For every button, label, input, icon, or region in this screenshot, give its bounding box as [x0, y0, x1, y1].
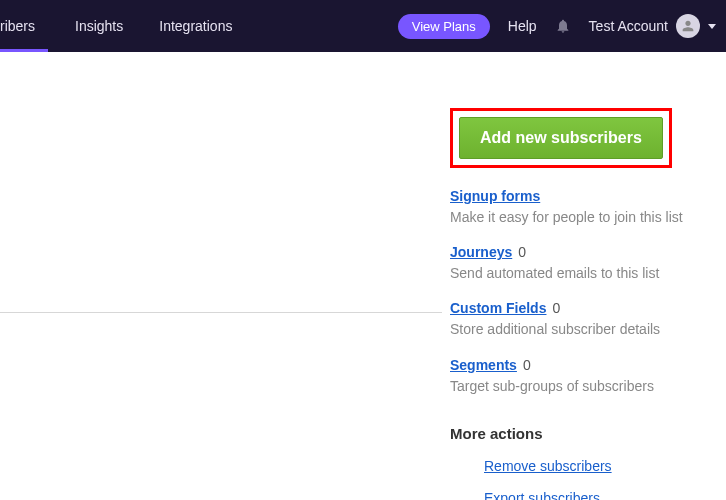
- chevron-down-icon: [708, 24, 716, 29]
- active-tab-indicator: [0, 49, 48, 52]
- segments-count: 0: [523, 357, 531, 373]
- signup-forms-desc: Make it easy for people to join this lis…: [450, 208, 702, 226]
- tab-label: Insights: [75, 18, 123, 34]
- add-subscribers-button[interactable]: Add new subscribers: [459, 117, 663, 159]
- nav-right: View Plans Help Test Account: [398, 14, 726, 39]
- add-subscribers-highlight: Add new subscribers: [450, 108, 672, 168]
- custom-fields-link[interactable]: Custom Fields: [450, 300, 546, 316]
- custom-fields-count: 0: [552, 300, 560, 316]
- segments-section: Segments0 Target sub-groups of subscribe…: [450, 357, 702, 395]
- avatar: [676, 14, 700, 38]
- divider: [0, 312, 442, 313]
- custom-fields-desc: Store additional subscriber details: [450, 320, 702, 338]
- journeys-link[interactable]: Journeys: [450, 244, 512, 260]
- account-menu[interactable]: Test Account: [589, 14, 716, 38]
- tab-label: ribers: [0, 18, 35, 34]
- main-right-panel: Add new subscribers Signup forms Make it…: [442, 52, 726, 500]
- account-name: Test Account: [589, 18, 668, 34]
- tab-integrations[interactable]: Integrations: [141, 0, 250, 52]
- journeys-section: Journeys0 Send automated emails to this …: [450, 244, 702, 282]
- more-actions-heading: More actions: [450, 425, 702, 442]
- help-link[interactable]: Help: [508, 18, 537, 34]
- signup-forms-section: Signup forms Make it easy for people to …: [450, 188, 702, 226]
- main-area: Add new subscribers Signup forms Make it…: [0, 52, 726, 500]
- export-subscribers-link[interactable]: Export subscribers: [484, 490, 702, 500]
- custom-fields-section: Custom Fields0 Store additional subscrib…: [450, 300, 702, 338]
- segments-link[interactable]: Segments: [450, 357, 517, 373]
- remove-subscribers-link[interactable]: Remove subscribers: [484, 458, 702, 474]
- view-plans-button[interactable]: View Plans: [398, 14, 490, 39]
- nav-left: ribers Insights Integrations: [0, 0, 250, 52]
- journeys-count: 0: [518, 244, 526, 260]
- tab-subscribers[interactable]: ribers: [0, 0, 57, 52]
- tab-insights[interactable]: Insights: [57, 0, 141, 52]
- bell-icon[interactable]: [555, 18, 571, 34]
- signup-forms-link[interactable]: Signup forms: [450, 188, 540, 204]
- main-left: [0, 52, 442, 500]
- segments-desc: Target sub-groups of subscribers: [450, 377, 702, 395]
- journeys-desc: Send automated emails to this list: [450, 264, 702, 282]
- top-nav: ribers Insights Integrations View Plans …: [0, 0, 726, 52]
- tab-label: Integrations: [159, 18, 232, 34]
